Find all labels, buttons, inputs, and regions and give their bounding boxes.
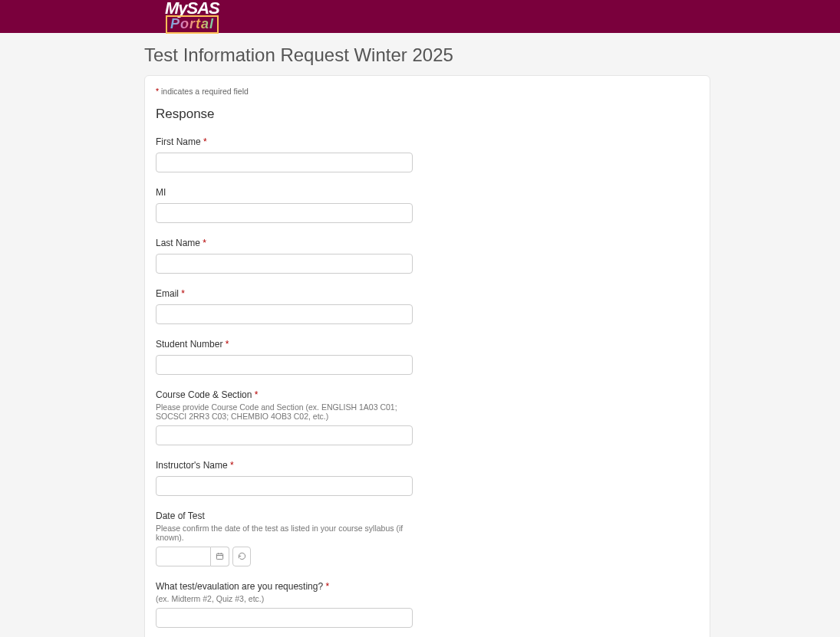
last-name-label: Last Name * bbox=[156, 238, 206, 248]
student-number-label-text: Student Number bbox=[156, 339, 226, 350]
email-input[interactable] bbox=[156, 304, 413, 324]
field-mi: MI bbox=[156, 185, 699, 223]
email-label-text: Email bbox=[156, 288, 181, 299]
what-test-help: (ex. Midterm #2, Quiz #3, etc.) bbox=[156, 594, 409, 603]
date-row bbox=[156, 547, 699, 566]
first-name-label-text: First Name bbox=[156, 136, 203, 147]
required-star-icon: * bbox=[255, 389, 259, 400]
last-name-label-text: Last Name bbox=[156, 238, 203, 248]
field-what-test: What test/evaulation are you requesting?… bbox=[156, 579, 699, 628]
refresh-icon bbox=[238, 552, 246, 562]
instructor-input[interactable] bbox=[156, 476, 413, 496]
last-name-input[interactable] bbox=[156, 254, 413, 274]
logo-line1: MySAS bbox=[165, 0, 219, 17]
field-last-name: Last Name * bbox=[156, 235, 699, 274]
mi-label: MI bbox=[156, 187, 166, 198]
first-name-label: First Name * bbox=[156, 136, 207, 147]
mi-input[interactable] bbox=[156, 203, 413, 223]
field-email: Email * bbox=[156, 286, 699, 324]
form-card: * indicates a required field Response Fi… bbox=[144, 75, 710, 637]
required-note: * indicates a required field bbox=[156, 87, 699, 96]
instructor-label: Instructor's Name * bbox=[156, 460, 234, 471]
logo: MySAS Portal bbox=[165, 0, 219, 34]
required-star-icon: * bbox=[203, 136, 207, 147]
required-star-icon: * bbox=[230, 460, 234, 471]
required-star-icon: * bbox=[181, 288, 185, 299]
course-code-input[interactable] bbox=[156, 425, 413, 445]
field-student-number: Student Number * bbox=[156, 337, 699, 375]
required-note-text: indicates a required field bbox=[159, 87, 249, 96]
date-label: Date of Test bbox=[156, 511, 205, 521]
page-title: Test Information Request Winter 2025 bbox=[144, 44, 840, 66]
top-bar: MySAS Portal bbox=[0, 0, 840, 33]
student-number-label: Student Number * bbox=[156, 339, 229, 350]
required-star-icon: * bbox=[203, 238, 206, 248]
response-heading: Response bbox=[156, 107, 699, 122]
course-code-label-text: Course Code & Section bbox=[156, 389, 255, 400]
calendar-icon bbox=[216, 552, 224, 562]
svg-rect-0 bbox=[216, 553, 222, 559]
course-code-label: Course Code & Section * bbox=[156, 389, 258, 400]
date-help: Please confirm the date of the test as l… bbox=[156, 524, 409, 542]
course-code-help: Please provide Course Code and Section (… bbox=[156, 402, 409, 421]
date-input[interactable] bbox=[156, 547, 211, 566]
date-picker-button[interactable] bbox=[211, 547, 229, 566]
what-test-label: What test/evaulation are you requesting?… bbox=[156, 581, 329, 592]
logo-line2-box: Portal bbox=[166, 15, 219, 34]
field-instructor: Instructor's Name * bbox=[156, 458, 699, 496]
what-test-label-text: What test/evaulation are you requesting? bbox=[156, 581, 325, 592]
instructor-label-text: Instructor's Name bbox=[156, 460, 230, 471]
email-label: Email * bbox=[156, 288, 185, 299]
date-reset-button[interactable] bbox=[232, 547, 251, 566]
field-date: Date of Test Please confirm the date of … bbox=[156, 508, 699, 566]
required-star-icon: * bbox=[226, 339, 229, 350]
required-star-icon: * bbox=[325, 581, 329, 592]
what-test-input[interactable] bbox=[156, 608, 413, 628]
field-first-name: First Name * bbox=[156, 134, 699, 172]
field-course-code: Course Code & Section * Please provide C… bbox=[156, 387, 699, 445]
first-name-input[interactable] bbox=[156, 153, 413, 172]
logo-line2: Portal bbox=[170, 16, 214, 31]
student-number-input[interactable] bbox=[156, 355, 413, 375]
